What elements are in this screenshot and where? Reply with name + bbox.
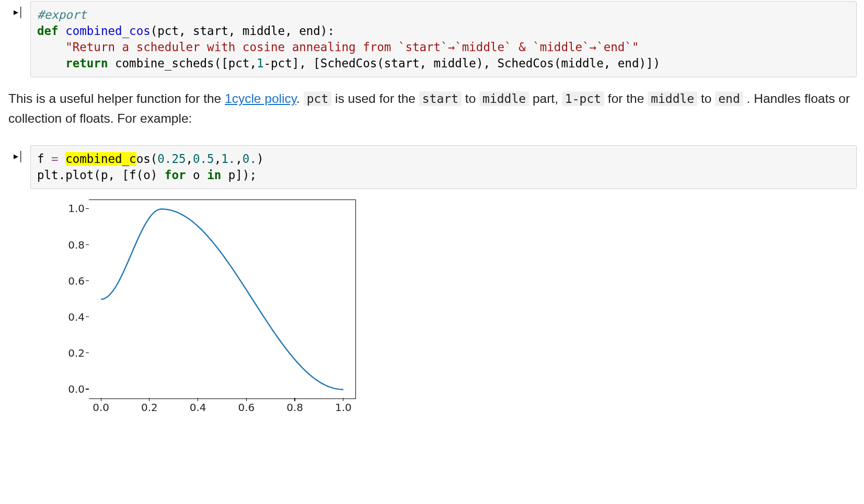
inline-code: middle	[479, 91, 529, 106]
y-tick-label: 0.0	[48, 383, 85, 395]
code-text: -pct], [SchedCos(start, middle), SchedCo…	[264, 56, 661, 70]
keyword-in: in	[207, 168, 221, 182]
inline-code: pct	[304, 91, 332, 106]
signature: (pct, start, middle, end):	[151, 24, 335, 38]
comma: ,	[235, 152, 243, 166]
y-tick-mark	[86, 317, 89, 317]
y-tick-label: 0.8	[48, 239, 85, 251]
prose-text: to	[462, 91, 479, 106]
y-tick-label: 0.6	[48, 275, 85, 287]
code-text: os(	[136, 152, 158, 166]
x-tick-label: 0.6	[238, 401, 255, 414]
code-input-2[interactable]: f = combined_cos(0.25,0.5,1.,0.) plt.plo…	[30, 145, 857, 189]
chart-container: 0.00.20.40.60.81.00.00.20.40.60.81.0	[30, 194, 365, 419]
y-tick-mark	[86, 208, 89, 209]
markdown-paragraph: This is a useful helper function for the…	[7, 89, 857, 128]
chart-line	[101, 209, 343, 389]
code-text	[59, 152, 66, 166]
highlighted-text: combined_c	[65, 152, 136, 166]
keyword-for: for	[165, 168, 186, 182]
y-tick-label: 0.2	[48, 347, 85, 359]
keyword-return: return	[65, 56, 108, 70]
x-tick-mark	[149, 398, 149, 401]
y-tick-mark	[86, 389, 89, 389]
y-tick-label: 1.0	[48, 202, 85, 215]
number-literal: 0.5	[193, 152, 214, 166]
x-tick-mark	[294, 398, 295, 401]
inline-code: middle	[648, 91, 697, 106]
code-cell-2: ▸│ f = combined_cos(0.25,0.5,1.,0.) plt.…	[7, 145, 857, 189]
operator: =	[51, 152, 59, 166]
code-text: plt.plot(p, [f(o)	[37, 168, 165, 182]
prose-text: to	[697, 91, 715, 106]
run-cell-icon[interactable]: ▸│	[14, 150, 24, 162]
cell-output: 0.00.20.40.60.81.00.00.20.40.60.81.0	[30, 194, 857, 419]
code-text: )	[257, 152, 264, 166]
x-tick-label: 0.4	[190, 401, 206, 414]
keyword-def: def	[37, 24, 59, 38]
run-cell-icon[interactable]: ▸│	[14, 6, 24, 18]
chart-svg	[89, 200, 355, 398]
code-text: o	[186, 168, 207, 182]
inline-code: 1-pct	[562, 91, 604, 106]
inline-code: start	[419, 91, 462, 106]
prose-text: part,	[529, 91, 562, 106]
link-1cycle-policy[interactable]: 1cycle policy	[225, 91, 296, 106]
number-literal: 0.	[243, 152, 257, 166]
code-cell-1: ▸│ #export def combined_cos(pct, start, …	[7, 1, 857, 77]
code-input-1[interactable]: #export def combined_cos(pct, start, mid…	[30, 1, 857, 77]
code-text: f	[37, 152, 51, 166]
comma: ,	[186, 152, 193, 166]
number-literal: 1.	[221, 152, 235, 166]
y-tick-mark	[86, 353, 89, 353]
comma: ,	[214, 152, 222, 166]
prose-text: .	[296, 91, 304, 106]
x-tick-mark	[101, 398, 101, 401]
x-tick-label: 0.2	[141, 401, 158, 414]
y-tick-mark	[86, 244, 89, 245]
function-name: combined_cos	[59, 24, 151, 38]
inline-code: end	[715, 91, 743, 106]
x-tick-mark	[198, 398, 198, 401]
x-tick-label: 1.0	[335, 401, 352, 414]
prose-text: This is a useful helper function for the	[8, 91, 225, 106]
number-literal: 1	[257, 56, 264, 70]
cell-gutter: ▸│	[7, 145, 30, 162]
plot-axes	[89, 200, 356, 399]
x-tick-label: 0.0	[93, 401, 109, 414]
code-text: p]);	[221, 168, 257, 182]
x-tick-label: 0.8	[286, 401, 303, 414]
prose-text: is used for the	[331, 91, 419, 106]
prose-text: for the	[604, 91, 648, 106]
x-tick-mark	[246, 398, 247, 401]
x-tick-mark	[343, 398, 343, 401]
cell-gutter: ▸│	[7, 1, 30, 18]
y-tick-label: 0.4	[48, 311, 85, 323]
y-tick-mark	[86, 280, 89, 281]
docstring: "Return a scheduler with cosine annealin…	[65, 40, 639, 54]
code-comment: #export	[37, 8, 87, 21]
code-text: combine_scheds([pct,	[108, 56, 256, 70]
number-literal: 0.25	[157, 152, 186, 166]
